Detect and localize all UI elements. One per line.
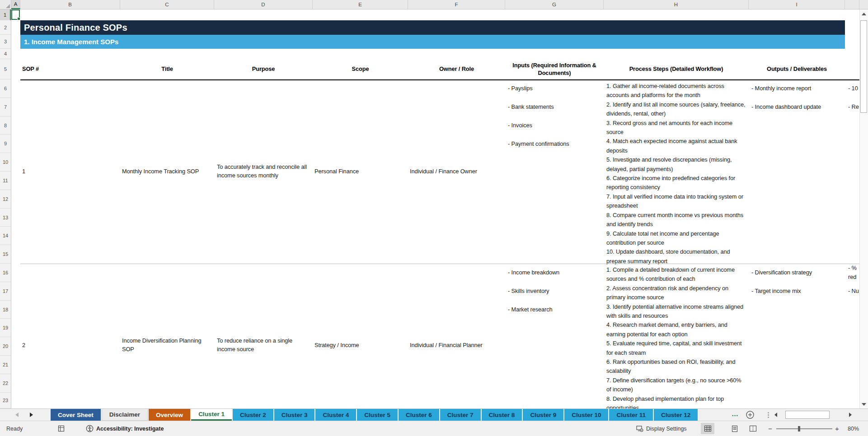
sheet-tab-cluster-3[interactable]: Cluster 3: [274, 409, 315, 421]
zoom-level-button[interactable]: 80%: [848, 421, 859, 436]
row-header-17[interactable]: 17: [0, 282, 11, 301]
row-header-16[interactable]: 16: [0, 264, 11, 282]
sheet-nav-right-arrow[interactable]: [30, 413, 33, 417]
display-settings-button[interactable]: Display Settings: [636, 421, 687, 436]
sheet-tab-overview[interactable]: Overview: [149, 409, 190, 421]
fill-handle[interactable]: [17, 17, 20, 20]
row-header-9[interactable]: 9: [0, 135, 11, 153]
tab-splitter-handle[interactable]: [768, 412, 769, 413]
sheet-tab-cluster-1[interactable]: Cluster 1: [191, 409, 232, 421]
column-header-E[interactable]: E: [313, 0, 408, 9]
row-header-12[interactable]: 12: [0, 190, 11, 209]
column-header-F[interactable]: F: [408, 0, 505, 9]
sheet-tab-cluster-9[interactable]: Cluster 9: [523, 409, 563, 421]
sheet-tab-cluster-11[interactable]: Cluster 11: [609, 409, 653, 421]
macro-record-button[interactable]: [58, 421, 65, 436]
sheet-tab-cluster-6[interactable]: Cluster 6: [399, 409, 439, 421]
row-header-10[interactable]: 10: [0, 153, 11, 172]
row-header-4[interactable]: 4: [0, 49, 11, 59]
cell-clipped-item[interactable]: - 10: [848, 79, 859, 98]
select-all-button[interactable]: [0, 0, 11, 9]
row-header-23[interactable]: 23: [0, 393, 11, 408]
header-process-steps[interactable]: Process Steps (Detailed Workflow): [604, 59, 749, 79]
cell-clipped-item[interactable]: - Re: [848, 98, 859, 116]
vscroll-down-arrow[interactable]: [860, 400, 868, 408]
cell-r1-process-steps[interactable]: 1. Gather all income-related documents a…: [606, 82, 747, 266]
row-header-1[interactable]: 1: [0, 9, 11, 20]
header-inputs[interactable]: Inputs (Required Information & Documents…: [505, 59, 604, 79]
cell-clipped-item[interactable]: - Nu: [848, 282, 859, 301]
cell-r1-sop-number[interactable]: 1: [22, 79, 49, 264]
row-header-6[interactable]: 6: [0, 79, 11, 98]
row-header-14[interactable]: 14: [0, 227, 11, 245]
cell-output-item[interactable]: - Monthly income report: [751, 79, 843, 98]
column-header-G[interactable]: G: [505, 0, 604, 9]
row-header-11[interactable]: 11: [0, 172, 11, 190]
row-header-15[interactable]: 15: [0, 245, 11, 264]
cell-r1-owner[interactable]: Individual / Finance Owner: [410, 79, 503, 264]
row-header-21[interactable]: 21: [0, 356, 11, 374]
sheet-tab-cluster-10[interactable]: Cluster 10: [564, 409, 608, 421]
sheet-tab-cluster-2[interactable]: Cluster 2: [233, 409, 273, 421]
cell-input-item[interactable]: - Income breakdown: [508, 264, 601, 282]
sheet-tab-cluster-4[interactable]: Cluster 4: [315, 409, 356, 421]
sheet-tab-cluster-5[interactable]: Cluster 5: [357, 409, 398, 421]
row-header-13[interactable]: 13: [0, 209, 11, 227]
header-title[interactable]: Title: [120, 59, 214, 79]
header-purpose[interactable]: Purpose: [214, 59, 313, 79]
row-header-20[interactable]: 20: [0, 337, 11, 356]
cell-output-item[interactable]: - Diversification strategy: [751, 264, 843, 282]
cell-r1-title[interactable]: Monthly Income Tracking SOP: [122, 79, 212, 264]
vertical-scrollbar[interactable]: [859, 9, 868, 408]
cell-input-item[interactable]: - Skills inventory: [508, 282, 601, 301]
header-scope[interactable]: Scope: [313, 59, 408, 79]
hscroll-right-arrow[interactable]: [849, 413, 852, 417]
row-header-19[interactable]: 19: [0, 319, 11, 337]
cell-input-item[interactable]: - Payment confirmations: [508, 135, 601, 153]
row-header-3[interactable]: 3: [0, 35, 11, 49]
row-header-18[interactable]: 18: [0, 301, 11, 319]
column-header-I[interactable]: I: [749, 0, 845, 9]
accessibility-status-button[interactable]: Accessibility: Investigate: [86, 421, 164, 436]
sheet-tab-disclaimer[interactable]: Disclaimer: [102, 409, 148, 421]
cell-input-item[interactable]: - Payslips: [508, 79, 601, 98]
cell-a1-selection[interactable]: [11, 9, 20, 20]
workbook-title-cell[interactable]: Personal Finance SOPs: [20, 20, 845, 35]
cell-r2-process-steps[interactable]: 1. Compile a detailed breakdown of curre…: [606, 265, 747, 408]
sheet-tab-cluster-8[interactable]: Cluster 8: [482, 409, 522, 421]
normal-view-button[interactable]: [701, 423, 714, 434]
zoom-in-button[interactable]: +: [835, 421, 839, 436]
cell-r2-owner[interactable]: Individual / Financial Planner: [410, 264, 503, 408]
sheet-nav-left-arrow[interactable]: [15, 413, 19, 417]
column-header-D[interactable]: D: [214, 0, 313, 9]
page-layout-button[interactable]: [728, 423, 741, 434]
cell-input-item[interactable]: - Market research: [508, 301, 601, 319]
cell-r1-purpose[interactable]: To accurately track and reconcile all in…: [217, 79, 308, 264]
cell-r2-title[interactable]: Income Diversification Planning SOP: [122, 264, 212, 408]
column-header-partial[interactable]: [845, 0, 859, 9]
section-title-cell[interactable]: 1. Income Management SOPs: [20, 35, 845, 49]
vscroll-thumb[interactable]: [860, 20, 867, 113]
column-header-B[interactable]: B: [20, 0, 120, 9]
header-outputs[interactable]: Outputs / Deliverables: [749, 59, 845, 79]
sheet-tab-cluster-7[interactable]: Cluster 7: [440, 409, 481, 421]
zoom-out-button[interactable]: −: [768, 421, 772, 436]
row-header-22[interactable]: 22: [0, 374, 11, 393]
row-header-7[interactable]: 7: [0, 98, 11, 116]
header-sop-number[interactable]: SOP #: [22, 59, 117, 79]
cell-clipped-item[interactable]: - % red: [848, 264, 859, 282]
row-header-2[interactable]: 2: [0, 20, 11, 35]
header-owner-role[interactable]: Owner / Role: [408, 59, 505, 79]
column-header-A[interactable]: A: [11, 0, 20, 9]
cell-r2-sop-number[interactable]: 2: [22, 264, 49, 408]
page-break-preview-button[interactable]: [746, 423, 760, 434]
column-header-C[interactable]: C: [120, 0, 214, 9]
hscroll-left-arrow[interactable]: [774, 413, 777, 417]
column-header-H[interactable]: H: [604, 0, 749, 9]
sheet-tab-cover-sheet[interactable]: Cover Sheet: [51, 409, 101, 421]
new-sheet-button[interactable]: [746, 410, 755, 419]
row-header-8[interactable]: 8: [0, 116, 11, 135]
zoom-slider[interactable]: [776, 428, 832, 429]
cell-input-item[interactable]: - Bank statements: [508, 98, 601, 116]
row-header-5[interactable]: 5: [0, 59, 11, 79]
